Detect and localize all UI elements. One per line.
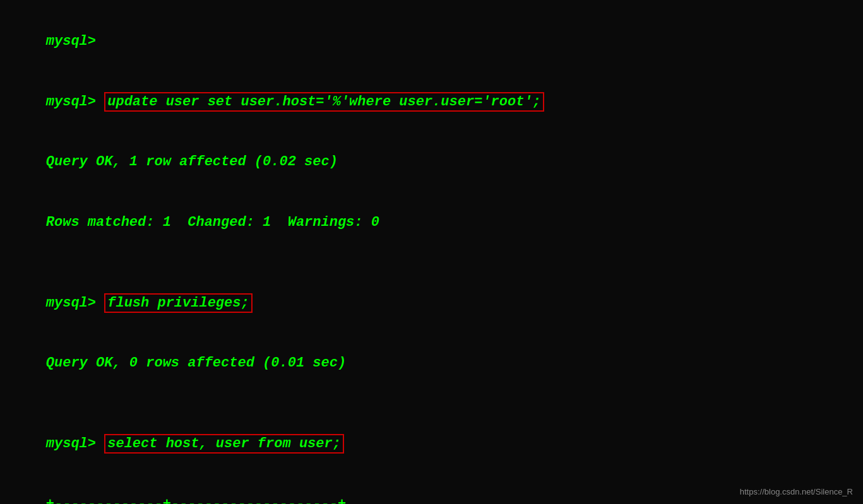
empty-line-2 — [13, 394, 850, 414]
watermark: https://blog.csdn.net/Silence_R — [740, 487, 853, 496]
terminal-container: mysql> mysql> update user set user.host=… — [13, 11, 850, 504]
command-update: update user set user.host='%'where user.… — [104, 92, 544, 112]
command-select: select host, user from user; — [104, 434, 344, 454]
line-3: Query OK, 1 row affected (0.02 sec) — [13, 132, 850, 192]
result-query-ok-1: Query OK, 1 row affected (0.02 sec) — [46, 154, 338, 170]
table-border-top: +-------------+--------------------+ — [13, 474, 850, 504]
command-flush: flush privileges; — [104, 293, 252, 313]
prompt-2: mysql> — [46, 94, 96, 110]
line-4: Rows matched: 1 Changed: 1 Warnings: 0 — [13, 192, 850, 253]
result-query-ok-2: Query OK, 0 rows affected (0.01 sec) — [46, 355, 346, 371]
result-rows-matched: Rows matched: 1 Changed: 1 Warnings: 0 — [46, 214, 379, 230]
line-5: mysql> flush privileges; — [13, 273, 850, 334]
line-6: Query OK, 0 rows affected (0.01 sec) — [13, 333, 850, 394]
table-top-border: +-------------+--------------------+ — [46, 496, 346, 504]
line-1: mysql> — [13, 11, 850, 72]
prompt-3: mysql> — [46, 295, 96, 311]
prompt-4: mysql> — [46, 436, 96, 452]
empty-line-1 — [13, 253, 850, 273]
prompt-1: mysql> — [46, 33, 96, 49]
line-2: mysql> update user set user.host='%'wher… — [13, 72, 850, 132]
line-7: mysql> select host, user from user; — [13, 414, 850, 474]
